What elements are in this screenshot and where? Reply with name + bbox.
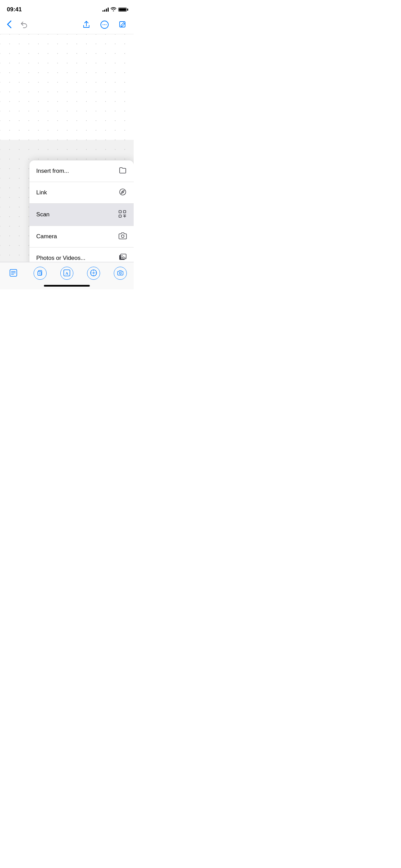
more-icon <box>100 20 109 30</box>
edit-icon <box>119 21 127 30</box>
svg-point-10 <box>121 235 124 238</box>
back-chevron-icon <box>7 20 12 31</box>
paste-icon <box>37 270 43 277</box>
text-format-icon: A <box>63 269 70 277</box>
share-button[interactable] <box>81 19 92 31</box>
svg-text:A: A <box>65 271 68 275</box>
menu-item-photos-videos-label: Photos or Videos... <box>36 255 85 262</box>
menu-item-insert-from-label: Insert from... <box>36 168 69 174</box>
status-icons <box>102 7 127 13</box>
menu-item-scan[interactable]: Scan <box>29 204 134 226</box>
notes-list-icon <box>9 268 18 278</box>
svg-point-6 <box>122 192 123 193</box>
svg-rect-8 <box>123 210 126 213</box>
compass-icon <box>119 188 127 197</box>
svg-rect-9 <box>119 215 121 217</box>
menu-item-camera[interactable]: Camera <box>29 226 134 248</box>
menu-item-link[interactable]: Link <box>29 182 134 204</box>
bottom-camera-button[interactable] <box>113 266 128 281</box>
toolbar-right <box>81 19 128 32</box>
bottom-notes-button[interactable] <box>6 266 21 281</box>
main-toolbar <box>0 16 134 34</box>
menu-item-link-label: Link <box>36 189 47 196</box>
back-button[interactable] <box>5 19 13 32</box>
bottom-paste-button[interactable] <box>33 266 48 281</box>
insert-popup-menu: Insert from... Link Scan <box>29 160 134 269</box>
photos-icon <box>119 253 127 263</box>
svg-point-2 <box>104 24 105 25</box>
scan-icon <box>118 209 127 220</box>
camera-circle <box>114 267 127 280</box>
folder-icon <box>119 166 127 176</box>
svg-point-13 <box>122 255 123 256</box>
svg-rect-16 <box>38 272 41 275</box>
more-button[interactable] <box>99 19 110 32</box>
menu-item-insert-from[interactable]: Insert from... <box>29 160 134 182</box>
status-bar: 09:41 <box>0 0 134 16</box>
navigate-icon <box>90 269 97 277</box>
menu-item-camera-label: Camera <box>36 233 57 240</box>
svg-point-20 <box>93 272 94 274</box>
svg-point-21 <box>119 272 121 274</box>
toolbar-left <box>5 19 81 32</box>
navigate-circle <box>87 267 100 280</box>
bottom-navigate-button[interactable] <box>86 266 101 281</box>
svg-rect-7 <box>119 210 121 213</box>
menu-item-scan-label: Scan <box>36 211 50 218</box>
paste-circle <box>34 267 47 280</box>
edit-button[interactable] <box>117 19 128 31</box>
bottom-text-button[interactable]: A <box>59 266 74 281</box>
battery-icon <box>118 8 127 12</box>
note-content-area[interactable]: Insert from... Link Scan <box>0 34 134 269</box>
svg-point-1 <box>102 24 103 25</box>
camera-icon <box>119 232 127 241</box>
home-indicator <box>44 285 90 287</box>
signal-bars-icon <box>102 8 109 12</box>
status-time: 09:41 <box>7 6 22 13</box>
wifi-icon <box>111 7 116 13</box>
text-circle: A <box>60 267 73 280</box>
undo-icon <box>20 21 28 30</box>
camera-bottom-icon <box>117 269 124 277</box>
undo-button[interactable] <box>19 19 29 31</box>
svg-point-3 <box>106 24 106 25</box>
share-icon <box>82 21 90 30</box>
